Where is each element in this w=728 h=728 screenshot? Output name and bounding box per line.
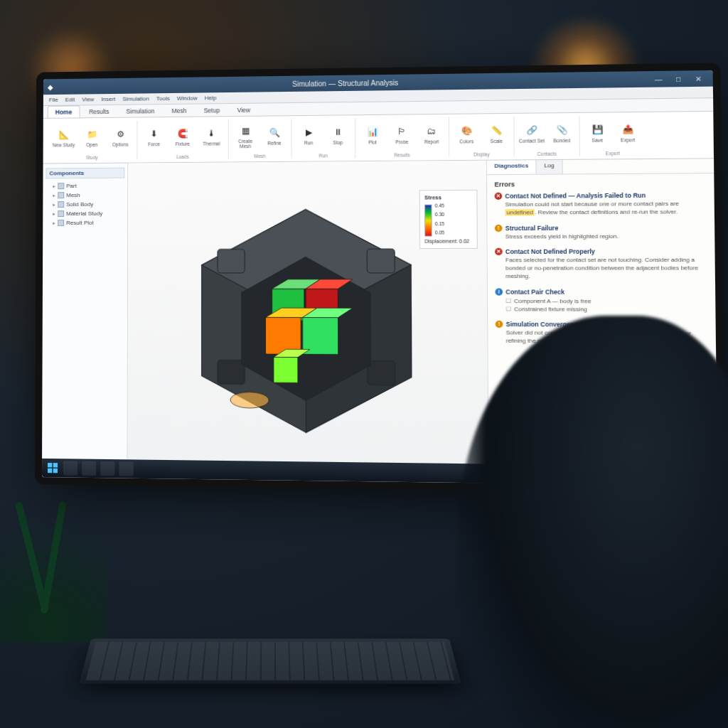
panel-heading: Errors [495, 179, 707, 188]
ribbon-button-label: Fixture [176, 142, 190, 147]
scale-icon: 📏 [489, 124, 504, 139]
tree-node-label: Part [66, 183, 77, 189]
ribbon-button-colors[interactable]: 🎨Colors [454, 124, 479, 144]
menu-simulation[interactable]: Simulation [122, 95, 149, 102]
warning-icon: ! [495, 224, 503, 231]
ribbon-tab-results[interactable]: Results [81, 105, 117, 117]
ribbon-button-open[interactable]: 📁Open [80, 127, 104, 148]
menu-tools[interactable]: Tools [156, 95, 170, 102]
legend-tick: 0.30 [435, 212, 444, 217]
probe-icon: 🏳 [395, 124, 410, 139]
panel-tab-log[interactable]: Log [537, 160, 563, 174]
error-icon: ✕ [495, 248, 503, 255]
run-icon: ▶ [301, 125, 316, 139]
checklist-item[interactable]: Component A — body is free [505, 297, 707, 306]
tree-title: Components [46, 168, 124, 179]
tree-node-label: Solid Body [66, 201, 93, 208]
tree-node-icon [58, 220, 64, 226]
ribbon-button-new-study[interactable]: 📐New Study [52, 128, 76, 149]
ribbon-button-label: Force [148, 142, 160, 147]
ribbon-button-stop[interactable]: ⏸Stop [326, 125, 350, 146]
svg-rect-22 [53, 469, 58, 473]
ribbon-group-label: Loads [176, 154, 189, 159]
window-maximize-button[interactable]: □ [668, 75, 688, 83]
window-minimize-button[interactable]: — [648, 75, 668, 83]
svg-point-18 [230, 392, 269, 408]
taskbar-app-icon[interactable] [119, 461, 133, 476]
ribbon-button-save[interactable]: 💾Save [584, 122, 611, 144]
ribbon-button-create-mesh[interactable]: ▦Create Mesh [233, 124, 258, 149]
ribbon-button-force[interactable]: ⬇Force [141, 127, 166, 147]
menu-file[interactable]: File [49, 97, 58, 103]
ribbon-tab-view[interactable]: View [229, 104, 258, 117]
menu-help[interactable]: Help [205, 95, 217, 101]
section-body: Faces selected for the contact set are n… [505, 257, 707, 281]
ribbon-button-contact-set[interactable]: 🔗Contact Set [519, 123, 545, 144]
ribbon-button-label: Probe [395, 140, 408, 145]
ribbon-tab-home[interactable]: Home [48, 105, 80, 117]
ribbon-button-label: Plot [368, 141, 377, 146]
ribbon-button-probe[interactable]: 🏳Probe [390, 124, 414, 145]
ribbon-button-label: Thermal [203, 142, 220, 147]
section-title: Contact Not Defined Properly [505, 248, 595, 256]
diagnostic-section: ✕Contact Not Defined — Analysis Failed t… [495, 191, 707, 217]
checklist-item[interactable]: Constrained fixture missing [505, 305, 707, 314]
legend-tick: 0.15 [435, 221, 444, 226]
window-close-button[interactable]: ✕ [688, 75, 708, 83]
ribbon-button-options[interactable]: ⚙Options [108, 127, 132, 148]
start-button[interactable] [46, 461, 59, 474]
ribbon-tab-simulation[interactable]: Simulation [118, 105, 162, 117]
taskbar-app-icon[interactable] [82, 461, 96, 476]
ribbon-button-label: New Study [53, 144, 75, 149]
svg-rect-19 [48, 463, 52, 467]
menu-view[interactable]: View [82, 96, 94, 102]
ribbon-button-label: Contact Set [519, 139, 545, 144]
ribbon-tab-mesh[interactable]: Mesh [164, 105, 194, 117]
ribbon-button-label: Export [621, 138, 635, 143]
taskbar-app-icon[interactable] [63, 461, 77, 475]
report-icon: 🗂 [424, 124, 439, 139]
ribbon-group-run: ▶Run⏸StopRun [291, 118, 355, 158]
ribbon-group-mesh: ▦Create Mesh🔍RefineMesh [229, 119, 292, 159]
save-icon: 💾 [589, 122, 605, 137]
taskbar-app-icon[interactable] [100, 461, 114, 476]
options-icon: ⚙ [113, 127, 127, 141]
ribbon-button-report[interactable]: 🗂Report [419, 124, 444, 144]
ribbon-button-plot[interactable]: 📊Plot [360, 124, 385, 145]
menu-edit[interactable]: Edit [65, 97, 75, 103]
ribbon-button-bonded[interactable]: 📎Bonded [549, 123, 574, 144]
ribbon-button-label: Report [424, 140, 439, 145]
tree-node-solid-body[interactable]: Solid Body [53, 200, 124, 209]
menu-window[interactable]: Window [177, 95, 198, 102]
ribbon-group-study: 📐New Study📁Open⚙OptionsStudy [48, 121, 138, 161]
open-icon: 📁 [85, 127, 99, 141]
error-icon: ✕ [495, 193, 503, 200]
ribbon-group-loads: ⬇Force🧲Fixture🌡ThermalLoads [137, 119, 228, 159]
tree-node-result-plot[interactable]: Result Plot [53, 218, 124, 228]
export-icon: 📤 [620, 122, 636, 137]
svg-rect-11 [302, 318, 338, 355]
tree-node-mesh[interactable]: Mesh [53, 191, 124, 200]
ribbon-button-scale[interactable]: 📏Scale [483, 124, 509, 145]
svg-rect-3 [218, 250, 245, 273]
thermal-icon: 🌡 [204, 127, 218, 141]
tree-node-part[interactable]: Part [53, 181, 124, 191]
3d-viewport[interactable]: Stress 0.450.300.150.05 Displacement: 0.… [128, 161, 488, 483]
ribbon-button-run[interactable]: ▶Run [296, 125, 321, 146]
ribbon-button-fixture[interactable]: 🧲Fixture [171, 127, 195, 147]
svg-rect-6 [367, 361, 395, 385]
menu-insert[interactable]: Insert [101, 96, 115, 102]
ribbon-tab-setup[interactable]: Setup [196, 104, 228, 117]
ribbon-button-thermal[interactable]: 🌡Thermal [199, 127, 223, 147]
ribbon-group-label: Run [319, 153, 328, 158]
tree-node-material-study[interactable]: Material Study [53, 209, 124, 218]
bonded-icon: 📎 [555, 123, 569, 138]
svg-rect-10 [265, 317, 301, 354]
ribbon-button-export[interactable]: 📤Export [615, 122, 641, 144]
ribbon-button-refine[interactable]: 🔍Refine [262, 126, 287, 146]
panel-tab-diagnostics[interactable]: Diagnostics [487, 160, 537, 174]
ribbon-group-label: Export [606, 151, 620, 156]
section-checklist: Component A — body is freeConstrained fi… [505, 297, 707, 314]
section-header: ✕Contact Not Defined Properly [495, 248, 707, 256]
ribbon-button-label: Stop [333, 141, 343, 146]
